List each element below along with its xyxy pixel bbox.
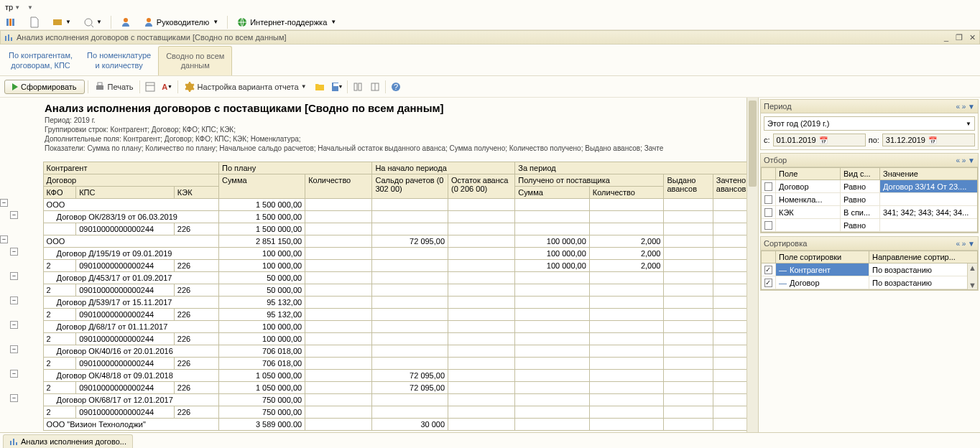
expand-toggle[interactable]: − xyxy=(10,394,18,402)
tb-table-icon[interactable] xyxy=(143,80,157,94)
tab-by-nomenclature[interactable]: По номенклатуре и количеству xyxy=(80,46,158,75)
expand-toggle[interactable]: − xyxy=(10,297,18,304)
filter-row[interactable]: ДоговорРавноДоговор 33/14 От 23.... xyxy=(762,180,977,193)
sort-grid[interactable]: Поле сортировкиНаправление сортир... —Ко… xyxy=(761,251,978,290)
svg-text:?: ? xyxy=(393,83,397,91)
expand-toggle[interactable]: − xyxy=(0,199,8,207)
tab-summary[interactable]: Сводно по всем данным xyxy=(158,46,232,75)
table-row[interactable]: −Договор ОК/283/19 от 06.03.20191 500 00… xyxy=(0,211,758,223)
date-to[interactable]: 31.12.2019📅 xyxy=(882,134,975,146)
report-scroll-v[interactable] xyxy=(746,98,758,448)
table-row[interactable]: −ООО1 500 000,00 xyxy=(0,199,758,211)
tb-icon-1[interactable] xyxy=(3,15,20,29)
expand-toggle[interactable]: − xyxy=(0,235,8,243)
expand-toggle[interactable]: − xyxy=(10,248,18,256)
tb-folder-icon[interactable] xyxy=(313,80,327,94)
tb-view-2[interactable] xyxy=(368,80,382,94)
svg-rect-24 xyxy=(13,439,14,445)
main-toolbar: ▼ ▼ Руководителю▼ Интернет-поддержка▼ xyxy=(0,14,980,30)
sort-down[interactable]: ▼ xyxy=(969,281,976,289)
dropdown-1[interactable]: тр▼ xyxy=(3,1,22,14)
calendar-icon[interactable]: 📅 xyxy=(928,136,937,144)
report-table[interactable]: Контрагент По плану На начало периода За… xyxy=(0,162,758,431)
minimize-button[interactable]: _ xyxy=(940,32,952,43)
table-row[interactable]: 209010000000000244226100 000,00 xyxy=(0,333,758,345)
help-icon[interactable]: ? xyxy=(389,80,403,94)
table-row[interactable]: 20901000000000024422695 132,00 xyxy=(0,309,758,321)
bottom-tab[interactable]: Анализ исполнения догово... xyxy=(3,434,133,448)
tb-save-icon[interactable]: ▼ xyxy=(330,80,344,94)
checkbox[interactable] xyxy=(764,195,772,204)
app-top-row-1: тр▼ ▼ xyxy=(0,0,980,14)
view-tabs: По контрагентам, договорам, КПС По номен… xyxy=(0,45,980,76)
svg-rect-9 xyxy=(8,34,9,41)
period-select[interactable]: Этот год (2019 г.)▼ xyxy=(764,116,975,131)
table-row[interactable]: −Договор ОК/68/17 от 12.01.2017750 000,0… xyxy=(0,394,758,406)
table-row[interactable]: 20901000000000024422650 000,00 xyxy=(0,284,758,297)
table-row[interactable]: 2090100000000002442261 050 000,0072 095,… xyxy=(0,382,758,394)
tab-by-counterparty[interactable]: По контрагентам, договорам, КПС xyxy=(1,46,80,75)
report-settings-button[interactable]: Настройка варианта отчета▼ xyxy=(181,80,310,94)
table-row[interactable]: −Договор ОК/48/18 от 09.01.20181 050 000… xyxy=(0,370,758,382)
panel-nav[interactable]: « » ▼ xyxy=(956,103,975,111)
filter-grid[interactable]: ПолеВид с...Значение ДоговорРавноДоговор… xyxy=(761,167,978,233)
svg-rect-25 xyxy=(16,442,17,445)
internet-support-menu[interactable]: Интернет-поддержка▼ xyxy=(234,15,339,29)
checkbox[interactable] xyxy=(764,221,772,230)
report-toolbar: Сформировать Печать A▼ Настройка вариант… xyxy=(0,76,980,98)
tb-icon-4[interactable]: ▼ xyxy=(80,15,105,29)
calendar-icon[interactable]: 📅 xyxy=(819,136,828,144)
filter-row[interactable]: Номенкла...Равно xyxy=(762,193,977,206)
sort-up[interactable]: ▲ xyxy=(969,263,976,272)
filter-row[interactable]: Равно xyxy=(762,219,977,232)
maximize-button[interactable]: ❐ xyxy=(953,32,965,43)
date-from[interactable]: 01.01.2019📅 xyxy=(773,134,866,146)
svg-rect-3 xyxy=(53,19,62,25)
play-icon xyxy=(12,83,18,90)
checkbox[interactable] xyxy=(764,182,772,191)
close-button[interactable]: ✕ xyxy=(966,32,978,43)
svg-rect-2 xyxy=(12,19,14,26)
tb-icon-3[interactable]: ▼ xyxy=(49,15,74,29)
sort-row[interactable]: —КонтрагентПо возрастанию xyxy=(762,263,977,276)
expand-toggle[interactable]: − xyxy=(10,370,18,378)
svg-rect-17 xyxy=(354,83,357,90)
panel-nav[interactable]: « » ▼ xyxy=(956,157,975,164)
table-row[interactable]: −Договор Д/68/17 от 01.11.2017100 000,00 xyxy=(0,321,758,333)
svg-rect-18 xyxy=(359,83,361,90)
tb-icon-2[interactable] xyxy=(26,15,43,29)
table-row[interactable]: −Договор Д/453/17 от 01.09.201750 000,00 xyxy=(0,272,758,284)
expand-toggle[interactable]: − xyxy=(10,211,18,219)
tb-font-icon[interactable]: A▼ xyxy=(160,80,175,94)
table-row[interactable]: −Договор ОК/40/16 от 20.01.2016706 018,0… xyxy=(0,345,758,358)
checkbox[interactable] xyxy=(764,279,772,287)
table-row[interactable]: 209010000000000244226750 000,00 xyxy=(0,406,758,419)
svg-rect-16 xyxy=(333,83,338,86)
tb-icon-5[interactable] xyxy=(117,15,134,29)
dropdown-2[interactable]: ▼ xyxy=(24,1,35,14)
table-row[interactable]: 209010000000000244226706 018,00 xyxy=(0,358,758,370)
table-row[interactable]: 209010000000000244226100 000,00100 000,0… xyxy=(0,260,758,272)
checkbox[interactable] xyxy=(764,266,772,274)
tb-view-1[interactable] xyxy=(351,80,365,94)
expand-toggle[interactable]: − xyxy=(10,345,18,353)
checkbox[interactable] xyxy=(764,208,772,217)
print-button[interactable]: Печать xyxy=(91,80,137,94)
table-row[interactable]: ООО "Визион Технолоджи"3 589 000.0030 00… xyxy=(0,419,758,431)
table-row[interactable]: −ООО2 851 150,0072 095,00100 000,002,000 xyxy=(0,235,758,248)
table-row[interactable]: 090100000000002442261 500 000,00 xyxy=(0,223,758,235)
sort-row[interactable]: —ДоговорПо возрастанию xyxy=(762,276,977,289)
panel-nav[interactable]: « » ▼ xyxy=(956,240,975,248)
svg-rect-11 xyxy=(96,85,103,90)
table-row[interactable]: −Договор Д/195/19 от 09.01.2019100 000,0… xyxy=(0,248,758,260)
expand-toggle[interactable]: − xyxy=(10,321,18,329)
svg-rect-10 xyxy=(11,37,12,41)
generate-button[interactable]: Сформировать xyxy=(4,80,85,94)
manager-menu[interactable]: Руководителю▼ xyxy=(140,15,221,29)
table-row[interactable]: −Договор Д/539/17 от 15.11.201795 132,00 xyxy=(0,297,758,309)
chart-icon xyxy=(9,437,18,446)
sort-panel: Сортировка« » ▼ Поле сортировкиНаправлен… xyxy=(760,236,979,291)
filter-row[interactable]: КЭКВ спи...341; 342; 343; 344; 34... xyxy=(762,206,977,219)
expand-toggle[interactable]: − xyxy=(10,272,18,280)
meta-fields: Дополнительные поля: Контрагент; Договор… xyxy=(45,134,713,144)
